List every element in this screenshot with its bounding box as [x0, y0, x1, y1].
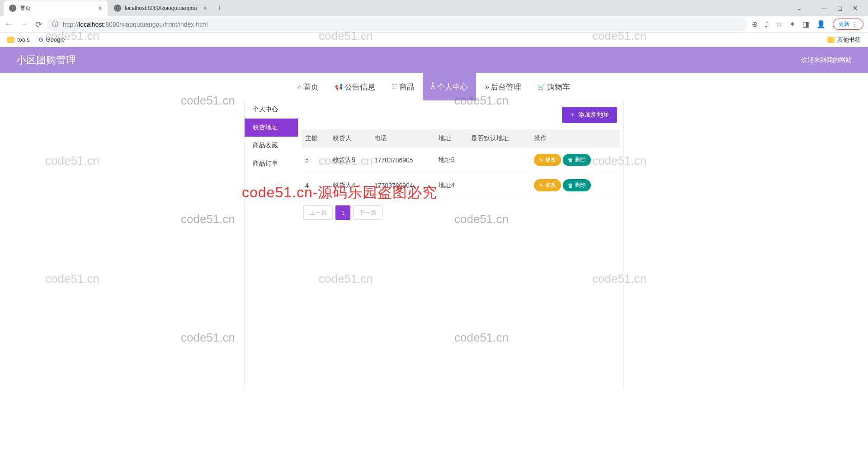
- browser-tab-0[interactable]: 首页 ×: [4, 0, 108, 16]
- share-icon[interactable]: ⤴: [765, 20, 769, 29]
- main-panel: ＋ 添加新地址 主键 收货人 电话 地址 是否默认地址 操作: [298, 100, 623, 390]
- sidebar-item-favorites[interactable]: 商品收藏: [245, 137, 298, 155]
- cell-default: [467, 147, 530, 173]
- folder-icon: [7, 37, 14, 43]
- delete-button[interactable]: 🗑删除: [563, 179, 591, 191]
- link-icon: ∞: [484, 83, 489, 90]
- tab-bar: 首页 × localhost:8080/xiaoqutuangou × + ⌄ …: [0, 0, 868, 16]
- table-row: 5 收货人5 17703786905 地址5 ✎修改 🗑删除: [302, 147, 620, 173]
- folder-icon: [827, 37, 835, 43]
- pencil-icon: ✎: [539, 182, 543, 189]
- pagination: 上一页 1 下一页: [302, 198, 620, 227]
- update-button[interactable]: 更新 ⋮: [833, 19, 863, 30]
- delete-button[interactable]: 🗑删除: [563, 154, 591, 166]
- cell-id: 4: [302, 173, 329, 198]
- cell-phone: 17703786904: [371, 173, 435, 198]
- th-action: 操作: [530, 129, 620, 147]
- sidebar-item-address[interactable]: 收货地址: [245, 119, 298, 137]
- profile-icon[interactable]: 👤: [816, 20, 826, 29]
- cell-id: 5: [302, 147, 329, 173]
- reload-icon[interactable]: ⟳: [35, 19, 42, 29]
- back-icon[interactable]: ←: [5, 19, 13, 29]
- trash-icon: 🗑: [568, 182, 573, 189]
- nav-announcement[interactable]: 📢公告信息: [327, 73, 383, 100]
- globe-icon: [114, 5, 121, 12]
- prev-page-button[interactable]: 上一页: [303, 205, 333, 220]
- address-bar: ← → ⟳ ⓘ http://localhost:8080/xiaoqutuan…: [0, 16, 868, 33]
- cell-default: [467, 173, 530, 198]
- menu-icon: ⋮: [852, 21, 858, 28]
- page-1-button[interactable]: 1: [335, 205, 350, 220]
- sidepanel-icon[interactable]: ◨: [802, 20, 809, 29]
- close-icon[interactable]: ×: [95, 5, 102, 12]
- bullhorn-icon: 📢: [335, 83, 343, 90]
- th-addr: 地址: [435, 129, 467, 147]
- cell-actions: ✎修改 🗑删除: [530, 173, 620, 198]
- th-name: 收货人: [329, 129, 371, 147]
- url-input[interactable]: ⓘ http://localhost:8080/xiaoqutuangou/fr…: [47, 18, 747, 31]
- plus-icon: ＋: [569, 111, 576, 119]
- sidebar: 个人中心 收货地址 商品收藏 商品订单: [245, 100, 298, 390]
- sidebar-item-orders[interactable]: 商品订单: [245, 155, 298, 173]
- new-tab-button[interactable]: +: [213, 4, 226, 13]
- edit-button[interactable]: ✎修改: [534, 154, 561, 166]
- nav-goods[interactable]: ☷商品: [383, 73, 423, 100]
- forward-icon[interactable]: →: [20, 19, 28, 29]
- cell-name: 收货人5: [329, 147, 371, 173]
- cell-addr: 地址4: [435, 173, 467, 198]
- tab-title: localhost:8080/xiaoqutuangou: [125, 5, 197, 11]
- address-table: 主键 收货人 电话 地址 是否默认地址 操作 5 收货人5 1770378690: [302, 129, 620, 198]
- nav-personal[interactable]: ᐰ个人中心: [423, 73, 476, 100]
- window-maximize-icon[interactable]: ◻: [837, 5, 843, 12]
- th-id: 主键: [302, 129, 329, 147]
- extensions-icon[interactable]: ✦: [789, 20, 795, 29]
- sidebar-heading: 个人中心: [245, 100, 298, 119]
- site-header: 小区团购管理 欢迎来到我的网站: [0, 47, 868, 73]
- cell-phone: 17703786905: [371, 147, 435, 173]
- site-info-icon[interactable]: ⓘ: [52, 20, 59, 29]
- nav-cart[interactable]: 🛒购物车: [529, 73, 578, 100]
- trash-icon: 🗑: [568, 157, 573, 163]
- window-close-icon[interactable]: ✕: [853, 5, 858, 12]
- th-default: 是否默认地址: [467, 129, 530, 147]
- bookmarks-bar: tools GGoogle 其他书签: [0, 33, 868, 47]
- user-icon: ᐰ: [431, 83, 435, 90]
- cell-addr: 地址5: [435, 147, 467, 173]
- pencil-icon: ✎: [539, 157, 543, 163]
- cell-actions: ✎修改 🗑删除: [530, 147, 620, 173]
- site-title: 小区团购管理: [16, 53, 76, 67]
- add-address-button[interactable]: ＋ 添加新地址: [562, 107, 617, 123]
- browser-tab-1[interactable]: localhost:8080/xiaoqutuangou ×: [108, 0, 212, 16]
- next-page-button[interactable]: 下一页: [353, 205, 382, 220]
- tab-dropdown-icon[interactable]: ⌄: [797, 5, 802, 12]
- nav-admin[interactable]: ∞后台管理: [476, 73, 529, 100]
- close-icon[interactable]: ×: [200, 5, 207, 12]
- table-row: 4 收货人4 17703786904 地址4 ✎修改 🗑删除: [302, 173, 620, 198]
- page-content: code51.cn code51.cn code51.cn code51.cn …: [0, 47, 868, 466]
- home-icon: ⌂: [298, 83, 302, 90]
- cell-name: 收货人4: [329, 173, 371, 198]
- bookmark-google[interactable]: GGoogle: [38, 36, 65, 43]
- bookmark-tools[interactable]: tools: [7, 36, 29, 43]
- tab-title: 首页: [20, 5, 31, 12]
- main-nav: ⌂首页 📢公告信息 ☷商品 ᐰ个人中心 ∞后台管理 🛒购物车: [0, 73, 868, 100]
- welcome-text: 欢迎来到我的网站: [801, 56, 852, 64]
- bookmark-icon[interactable]: ☆: [776, 20, 782, 29]
- google-icon: G: [38, 36, 43, 43]
- nav-home[interactable]: ⌂首页: [290, 73, 327, 100]
- box-icon: ☷: [392, 83, 397, 90]
- bookmark-other[interactable]: 其他书签: [827, 36, 861, 44]
- window-minimize-icon[interactable]: —: [821, 5, 827, 12]
- browser-chrome: 首页 × localhost:8080/xiaoqutuangou × + ⌄ …: [0, 0, 868, 47]
- zoom-icon[interactable]: ⊕: [752, 20, 758, 29]
- globe-icon: [9, 5, 16, 12]
- th-phone: 电话: [371, 129, 435, 147]
- cart-icon: 🛒: [538, 83, 545, 90]
- edit-button[interactable]: ✎修改: [534, 179, 561, 191]
